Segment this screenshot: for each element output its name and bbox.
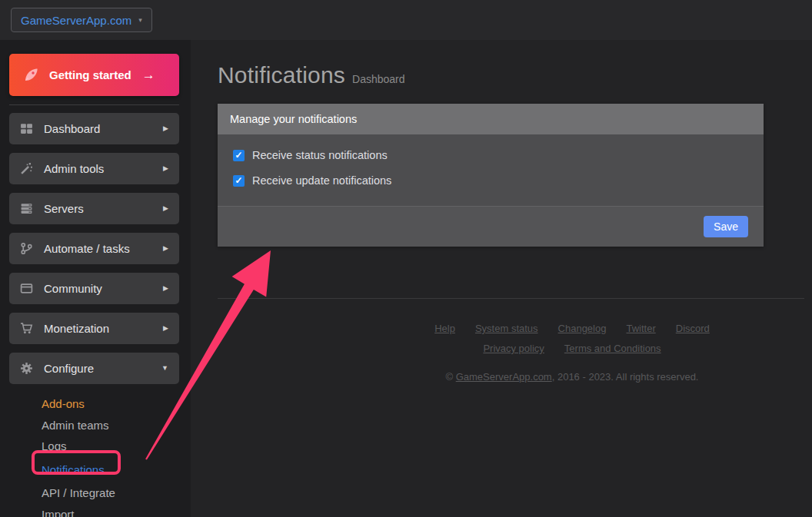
sidebar-item-admin-tools[interactable]: Admin tools ▶: [9, 153, 179, 184]
top-bar: GameServerApp.com ▾: [0, 0, 812, 40]
configure-submenu: Add-ons Admin teams Logs Notifications A…: [0, 393, 191, 517]
page-title: Notifications: [218, 62, 345, 88]
sidebar-item-configure[interactable]: Configure ▼: [9, 353, 179, 384]
submenu-item-notifications[interactable]: Notifications: [0, 457, 191, 483]
discord-link[interactable]: Discord: [676, 323, 710, 334]
sidebar-item-label: Configure: [44, 362, 94, 375]
sidebar-item-automate-tasks[interactable]: Automate / tasks ▶: [9, 233, 179, 264]
sidebar-item-community[interactable]: Community ▶: [9, 273, 179, 304]
twitter-link[interactable]: Twitter: [626, 323, 655, 334]
checkbox-label: Receive status notifications: [252, 149, 388, 161]
update-notifications-row[interactable]: Receive update notifications: [233, 174, 748, 187]
chevron-down-icon: ▼: [161, 365, 168, 372]
sidebar-item-label: Dashboard: [44, 122, 100, 135]
magic-wand-icon: [20, 162, 34, 176]
sidebar-nav: Dashboard ▶ Admin tools ▶: [9, 113, 179, 393]
status-notifications-row[interactable]: Receive status notifications: [233, 149, 748, 161]
sidebar-item-label: Admin tools: [44, 162, 104, 175]
submenu-item-add-ons[interactable]: Add-ons: [0, 393, 191, 415]
chevron-right-icon: ▶: [163, 165, 168, 172]
chevron-down-icon: ▾: [138, 17, 142, 24]
brand-label: GameServerApp.com: [21, 14, 131, 27]
status-notifications-checkbox[interactable]: [233, 150, 245, 161]
copyright-suffix: , 2016 - 2023. All rights reserved.: [552, 371, 699, 383]
save-button[interactable]: Save: [704, 216, 748, 237]
sidebar: Getting started → Dashboard ▶: [0, 40, 191, 517]
copyright: © GameServerApp.com, 2016 - 2023. All ri…: [332, 371, 812, 383]
update-notifications-checkbox[interactable]: [233, 175, 245, 187]
brand-dropdown-button[interactable]: GameServerApp.com ▾: [11, 8, 152, 32]
sidebar-item-label: Community: [44, 282, 102, 295]
chevron-right-icon: ▶: [163, 325, 168, 332]
table-icon: [20, 122, 34, 136]
copyright-brand-link[interactable]: GameServerApp.com: [456, 371, 552, 383]
privacy-policy-link[interactable]: Privacy policy: [483, 343, 544, 354]
sidebar-item-label: Servers: [44, 202, 84, 215]
chevron-right-icon: ▶: [163, 285, 168, 292]
content-divider: [218, 298, 804, 299]
chevron-right-icon: ▶: [163, 245, 168, 252]
page-subtitle: Dashboard: [352, 73, 405, 85]
branch-icon: [20, 242, 34, 256]
site-footer: Help System status Changelog Twitter Dis…: [191, 323, 812, 383]
page-head: Notifications Dashboard: [218, 62, 405, 88]
panel-header: Manage your notifications: [218, 104, 764, 134]
sidebar-item-label: Automate / tasks: [44, 242, 130, 255]
cart-icon: [20, 322, 34, 336]
chevron-right-icon: ▶: [163, 125, 168, 132]
getting-started-label: Getting started: [49, 68, 131, 81]
checkbox-label: Receive update notifications: [252, 174, 391, 187]
gear-icon: [20, 362, 34, 376]
changelog-link[interactable]: Changelog: [558, 323, 607, 334]
footer-links-row-2: Privacy policy Terms and Conditions: [332, 343, 812, 354]
submenu-item-import[interactable]: Import: [0, 504, 191, 517]
window-icon: [20, 282, 34, 296]
sidebar-item-servers[interactable]: Servers ▶: [9, 193, 179, 224]
sidebar-item-label: Monetization: [44, 322, 109, 335]
arrow-right-icon: →: [142, 68, 155, 83]
getting-started-button[interactable]: Getting started →: [9, 54, 179, 96]
submenu-item-logs[interactable]: Logs: [0, 436, 191, 457]
chevron-right-icon: ▶: [163, 205, 168, 212]
submenu-item-api-integrate[interactable]: API / Integrate: [0, 482, 191, 504]
copyright-prefix: ©: [446, 371, 456, 383]
footer-links-row-1: Help System status Changelog Twitter Dis…: [332, 323, 812, 334]
panel-footer: Save: [218, 206, 764, 247]
sidebar-divider: [9, 104, 179, 105]
main-content: Notifications Dashboard Manage your noti…: [191, 40, 812, 517]
rocket-icon: [23, 68, 38, 83]
system-status-link[interactable]: System status: [475, 323, 538, 334]
terms-and-conditions-link[interactable]: Terms and Conditions: [564, 343, 661, 354]
help-link[interactable]: Help: [434, 323, 455, 334]
panel-body: Receive status notifications Receive upd…: [218, 134, 764, 206]
submenu-item-admin-teams[interactable]: Admin teams: [0, 415, 191, 436]
sidebar-item-dashboard[interactable]: Dashboard ▶: [9, 113, 179, 144]
notifications-panel: Manage your notifications Receive status…: [218, 104, 764, 247]
sidebar-item-monetization[interactable]: Monetization ▶: [9, 313, 179, 344]
server-icon: [20, 202, 34, 216]
